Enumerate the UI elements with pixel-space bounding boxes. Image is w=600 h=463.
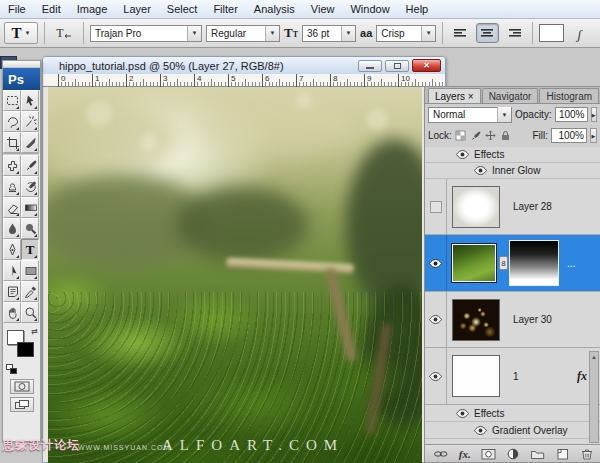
warp-text-button[interactable]: ʃ bbox=[568, 23, 590, 43]
opacity-field[interactable]: 100% bbox=[555, 107, 588, 122]
document-titlebar[interactable]: hippo_tutorial.psd @ 50% (Layer 27, RGB/… bbox=[43, 57, 445, 74]
type-tool[interactable]: T bbox=[21, 239, 39, 260]
blur-tool[interactable] bbox=[3, 218, 21, 239]
layer-style-row[interactable]: Gradient Overlay bbox=[425, 422, 600, 439]
eraser-tool[interactable] bbox=[3, 197, 21, 218]
lock-position-icon[interactable] bbox=[485, 130, 496, 141]
align-left-button[interactable] bbox=[449, 23, 472, 43]
shape-tool[interactable] bbox=[21, 260, 39, 281]
menu-select[interactable]: Select bbox=[159, 1, 206, 17]
layer-name[interactable]: ... bbox=[567, 258, 575, 269]
marquee-tool[interactable] bbox=[3, 90, 21, 111]
opacity-slider-arrow[interactable]: ▶ bbox=[591, 107, 598, 122]
fill-slider-arrow[interactable]: ▶ bbox=[590, 128, 597, 143]
menu-help[interactable]: Help bbox=[398, 1, 437, 17]
pen-tool[interactable] bbox=[3, 239, 21, 260]
align-center-button[interactable] bbox=[476, 23, 499, 43]
eyedropper-tool[interactable] bbox=[21, 281, 39, 302]
horizontal-ruler[interactable]: 0 1 2 3 4 5 6 7 8 9 10 bbox=[43, 74, 445, 87]
layer-mask-thumbnail[interactable] bbox=[509, 240, 559, 286]
layer-row-layer-28[interactable]: Layer 28 bbox=[425, 179, 600, 235]
canvas[interactable] bbox=[48, 87, 422, 463]
zoom-tool[interactable] bbox=[21, 302, 39, 323]
menu-analysis[interactable]: Analysis bbox=[246, 1, 303, 17]
toolbox-drag-bar[interactable] bbox=[3, 61, 40, 68]
maximize-button[interactable] bbox=[385, 60, 409, 72]
tab-histogram[interactable]: Histogram bbox=[539, 88, 599, 103]
magic-wand-tool[interactable] bbox=[21, 111, 39, 132]
visibility-toggle[interactable] bbox=[425, 348, 447, 404]
lock-pixels-icon[interactable] bbox=[470, 130, 481, 141]
eye-icon[interactable] bbox=[456, 409, 469, 418]
slice-tool[interactable] bbox=[21, 132, 39, 153]
lasso-tool[interactable] bbox=[3, 111, 21, 132]
healing-patch-tool[interactable] bbox=[3, 155, 21, 176]
path-selection-tool[interactable] bbox=[3, 260, 21, 281]
blend-mode-select[interactable]: Normal ▼ bbox=[428, 107, 512, 123]
new-group-icon[interactable] bbox=[530, 448, 545, 460]
layer-thumbnail[interactable] bbox=[452, 186, 500, 228]
history-brush-tool[interactable] bbox=[21, 176, 39, 197]
effects-row[interactable]: Effects bbox=[425, 147, 600, 163]
tool-preset-picker[interactable]: T ▼ bbox=[4, 22, 38, 44]
fill-field[interactable]: 100% bbox=[551, 128, 587, 143]
brush-tool[interactable] bbox=[21, 155, 39, 176]
effects-row[interactable]: Effects bbox=[425, 405, 600, 422]
visibility-toggle[interactable] bbox=[425, 292, 447, 347]
layer-name[interactable]: Layer 30 bbox=[513, 314, 552, 325]
menu-window[interactable]: Window bbox=[342, 1, 397, 17]
visibility-toggle[interactable] bbox=[425, 235, 447, 291]
adjustment-layer-icon[interactable] bbox=[506, 448, 520, 460]
menu-image[interactable]: Image bbox=[69, 1, 116, 17]
gradient-tool[interactable] bbox=[21, 197, 39, 218]
text-color-swatch[interactable] bbox=[539, 24, 564, 42]
panel-scrollbar[interactable]: ▲ bbox=[589, 351, 599, 443]
link-layers-icon[interactable] bbox=[433, 448, 449, 460]
layer-row-1[interactable]: 1 fx ▲ bbox=[425, 348, 600, 405]
layer-row-layer-30[interactable]: Layer 30 bbox=[425, 292, 600, 348]
font-family-select[interactable]: Trajan Pro ▼ bbox=[90, 25, 202, 42]
move-tool[interactable] bbox=[21, 90, 39, 111]
font-size-select[interactable]: 36 pt ▼ bbox=[302, 25, 356, 42]
notes-tool[interactable] bbox=[3, 281, 21, 302]
screen-mode-button[interactable] bbox=[10, 397, 34, 412]
anti-alias-select[interactable]: Crisp ▼ bbox=[376, 25, 436, 42]
add-layer-mask-icon[interactable] bbox=[481, 448, 497, 460]
layer-thumbnail[interactable] bbox=[452, 299, 500, 341]
eye-icon[interactable] bbox=[474, 426, 487, 435]
lock-transparency-icon[interactable] bbox=[455, 130, 466, 141]
close-button[interactable]: ✕ bbox=[412, 59, 441, 72]
text-orientation-button[interactable]: T bbox=[51, 23, 77, 43]
delete-layer-icon[interactable] bbox=[579, 447, 593, 460]
minimize-button[interactable] bbox=[358, 60, 382, 72]
layer-style-row[interactable]: Inner Glow bbox=[425, 163, 600, 179]
layer-style-icon[interactable]: fx. bbox=[459, 448, 471, 460]
new-layer-icon[interactable] bbox=[555, 448, 569, 460]
mask-link-icon[interactable]: 8 bbox=[499, 256, 508, 270]
menu-view[interactable]: View bbox=[303, 1, 343, 17]
layer-thumbnail[interactable] bbox=[452, 244, 496, 282]
align-right-button[interactable] bbox=[503, 23, 526, 43]
eye-icon[interactable] bbox=[456, 150, 469, 159]
background-color-swatch[interactable] bbox=[17, 342, 34, 357]
hand-tool[interactable] bbox=[3, 302, 21, 323]
eye-icon[interactable] bbox=[474, 166, 487, 175]
menu-edit[interactable]: Edit bbox=[34, 1, 69, 17]
clone-stamp-tool[interactable] bbox=[3, 176, 21, 197]
menu-file[interactable]: File bbox=[0, 1, 34, 17]
quick-mask-button[interactable] bbox=[10, 379, 34, 394]
crop-tool[interactable] bbox=[3, 132, 21, 153]
scroll-up-icon[interactable]: ▲ bbox=[590, 352, 598, 362]
menu-layer[interactable]: Layer bbox=[115, 1, 159, 17]
tab-navigator[interactable]: Navigator bbox=[482, 88, 539, 103]
visibility-toggle[interactable] bbox=[425, 179, 447, 234]
font-style-select[interactable]: Regular ▼ bbox=[206, 25, 280, 42]
tab-layers[interactable]: Layers × bbox=[428, 88, 481, 103]
lock-all-icon[interactable] bbox=[500, 130, 511, 141]
layer-row-selected[interactable]: 8 ... bbox=[425, 235, 600, 292]
swap-colors-icon[interactable]: ⇄ bbox=[31, 327, 38, 336]
layer-name[interactable]: 1 bbox=[513, 371, 519, 382]
dodge-tool[interactable] bbox=[21, 218, 39, 239]
menu-filter[interactable]: Filter bbox=[205, 1, 245, 17]
layer-thumbnail[interactable] bbox=[452, 355, 500, 397]
